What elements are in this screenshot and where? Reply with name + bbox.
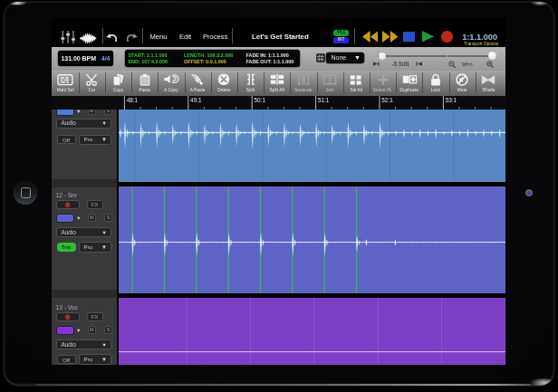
svg-text:51:1: 51:1 [318,97,330,103]
svg-text:48:1: 48:1 [127,97,139,103]
svg-text:53:1: 53:1 [446,97,457,103]
svg-text:52:1: 52:1 [381,97,393,103]
svg-text:50:1: 50:1 [255,97,266,103]
svg-text:49:1: 49:1 [190,97,202,103]
